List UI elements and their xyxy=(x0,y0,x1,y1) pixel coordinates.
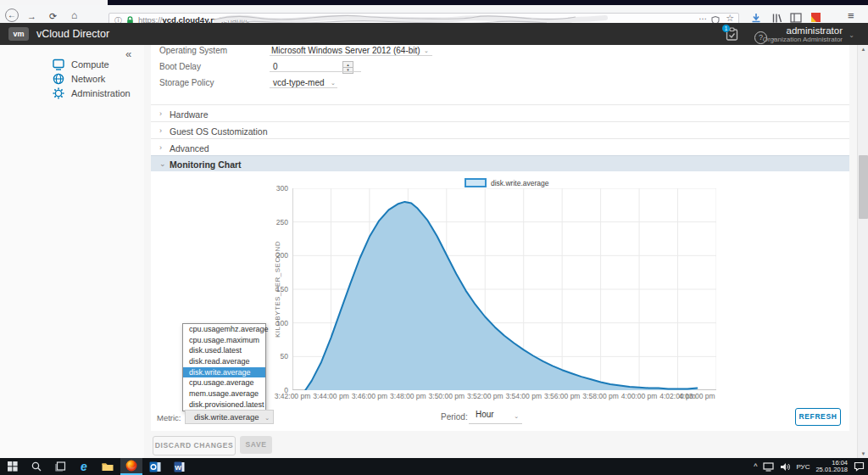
sidebar-item-label: Compute xyxy=(71,59,109,70)
chevron-down-icon: ⌄ xyxy=(264,411,270,424)
sidebar-item-label: Network xyxy=(71,74,105,84)
page-actions-icon[interactable]: … xyxy=(698,12,708,21)
home-button[interactable]: ⌂ xyxy=(71,10,77,20)
dropdown-option[interactable]: cpu.usage.maximum xyxy=(183,335,265,346)
metric-label: Metric: xyxy=(157,413,181,422)
volume-icon[interactable] xyxy=(780,462,790,472)
dropdown-option[interactable]: cpu.usage.average xyxy=(183,377,265,388)
firefox-button-active[interactable] xyxy=(120,458,142,475)
period-label: Period: xyxy=(441,412,468,422)
section-label: Advanced xyxy=(170,143,209,154)
windows-logo-icon xyxy=(8,461,18,472)
chevron-down-icon: ⌄ xyxy=(159,159,166,168)
network-icon[interactable] xyxy=(763,462,774,472)
internet-explorer-button[interactable]: e xyxy=(73,458,95,475)
field-underline xyxy=(270,71,361,72)
word-button[interactable]: W xyxy=(168,458,190,475)
user-name: administrator xyxy=(763,25,843,36)
sidebar-item-network[interactable]: Network xyxy=(53,73,105,85)
x-tick-label: 3:54:00 pm xyxy=(505,392,542,400)
sidebar-item-administration[interactable]: Administration xyxy=(53,87,131,99)
network-globe-icon xyxy=(53,73,64,85)
svg-text:W: W xyxy=(175,463,181,471)
dropdown-option-selected[interactable]: disk.write.average xyxy=(183,367,265,378)
screen: ← → ⟳ ⌂ ⓘ https://vcd.cloud4y.ru/tenant/… xyxy=(0,0,868,475)
taskbar-clock[interactable]: 16:04 25.01.2018 xyxy=(815,460,848,474)
x-axis-ticks: 3:42:00 pm3:44:00 pm3:46:00 pm3:48:00 pm… xyxy=(292,392,733,402)
gear-icon xyxy=(53,87,64,99)
dropdown-option[interactable]: cpu.usagemhz.average xyxy=(183,324,265,335)
field-underline xyxy=(270,55,432,56)
dropdown-option[interactable]: mem.usage.average xyxy=(183,388,265,400)
section-label: Monitoring Chart xyxy=(170,159,242,170)
x-tick-label: 3:46:00 pm xyxy=(352,392,388,400)
reload-button[interactable]: ⟳ xyxy=(49,11,57,21)
page-scrollbar[interactable]: ▲ ▼ xyxy=(857,45,868,458)
y-tick-label: 250 xyxy=(258,218,288,226)
forward-button[interactable]: → xyxy=(27,11,36,21)
discard-changes-button[interactable]: DISCARD CHANGES xyxy=(153,436,236,455)
refresh-button[interactable]: REFRESH xyxy=(795,408,841,426)
section-guest-os-customization[interactable]: › Guest OS Customization xyxy=(151,121,849,139)
notifications-button[interactable]: 1 xyxy=(726,27,738,44)
folder-icon xyxy=(102,461,114,472)
language-indicator[interactable]: РУС xyxy=(796,463,810,471)
y-tick-label: 200 xyxy=(258,251,288,260)
outlook-button[interactable] xyxy=(144,458,166,475)
operating-system-select[interactable]: Microsoft Windows Server 2012 (64-bit) xyxy=(271,46,420,55)
sidebar-item-label: Administration xyxy=(71,88,131,98)
file-explorer-button[interactable] xyxy=(97,458,119,475)
compute-icon xyxy=(53,59,64,70)
period-select[interactable]: Hour ⌄ xyxy=(469,410,522,424)
dropdown-option[interactable]: disk.provisioned.latest xyxy=(183,400,265,411)
back-button[interactable]: ← xyxy=(5,8,19,22)
x-tick-label: 3:52:00 pm xyxy=(467,392,504,400)
task-view-button[interactable] xyxy=(49,458,71,475)
internet-explorer-icon: e xyxy=(81,461,87,472)
field-label-storage-policy: Storage Policy xyxy=(159,78,214,87)
scroll-up-icon[interactable]: ▲ xyxy=(858,47,868,52)
legend-swatch xyxy=(465,178,487,187)
dropdown-option[interactable]: disk.used.latest xyxy=(183,345,265,356)
chevron-down-icon: ⌄ xyxy=(514,413,519,420)
spinner-down-icon[interactable]: ▾ xyxy=(343,68,353,73)
chevron-down-icon: ⌄ xyxy=(424,48,429,54)
action-center-icon[interactable] xyxy=(854,461,865,472)
sidebar-collapse-button[interactable]: « xyxy=(125,48,131,60)
windows-taskbar: e W xyxy=(0,458,868,475)
section-label: Hardware xyxy=(170,109,209,120)
scroll-down-icon[interactable]: ▼ xyxy=(858,451,868,456)
taskbar-search-button[interactable] xyxy=(25,458,47,475)
dropdown-option[interactable]: disk.read.average xyxy=(183,356,265,367)
extension-flag-icon[interactable] xyxy=(810,12,821,23)
section-monitoring-chart[interactable]: ⌄ Monitoring Chart xyxy=(151,155,849,171)
save-button[interactable]: SAVE xyxy=(240,436,272,454)
tray-date: 25.01.2018 xyxy=(815,467,848,474)
field-label-operating-system: Operating System xyxy=(159,46,227,55)
start-button[interactable] xyxy=(2,458,24,475)
period-select-value: Hour xyxy=(476,410,494,419)
metric-select[interactable]: disk.write.average ⌄ xyxy=(185,410,274,424)
x-tick-label: 3:44:00 pm xyxy=(313,392,349,400)
sidebar-toggle-icon[interactable] xyxy=(790,13,802,23)
firefox-icon xyxy=(125,460,137,472)
x-tick-label: 3:50:00 pm xyxy=(429,392,465,400)
section-advanced[interactable]: › Advanced xyxy=(151,138,849,156)
browser-toolbar: ← → ⟳ ⌂ ⓘ https://vcd.cloud4y.ru/tenant/… xyxy=(0,5,868,24)
section-hardware[interactable]: › Hardware xyxy=(151,104,849,122)
sidebar-item-compute[interactable]: Compute xyxy=(53,59,109,70)
scrollbar-thumb[interactable] xyxy=(859,155,868,219)
tray-expand-icon[interactable]: ^ xyxy=(754,462,757,471)
app-header: vm vCloud Director 1 ? ⌄ administrator O… xyxy=(0,23,868,45)
menu-icon[interactable]: ≡ xyxy=(848,9,854,22)
vm-settings-panel: Operating System Microsoft Windows Serve… xyxy=(151,45,849,431)
monitoring-chart-plot xyxy=(292,188,716,390)
field-label-boot-delay: Boot Delay xyxy=(159,62,201,71)
boot-delay-input[interactable]: 0 xyxy=(273,62,278,71)
chart-legend: disk.write.average xyxy=(465,178,549,187)
vmware-logo: vm xyxy=(8,27,29,41)
storage-policy-select[interactable]: vcd-type-med xyxy=(273,78,325,87)
metric-dropdown-list[interactable]: cpu.usagemhz.average cpu.usage.maximum d… xyxy=(182,323,266,411)
word-icon: W xyxy=(174,461,185,472)
user-menu[interactable]: administrator Organization Administrator xyxy=(763,25,843,43)
